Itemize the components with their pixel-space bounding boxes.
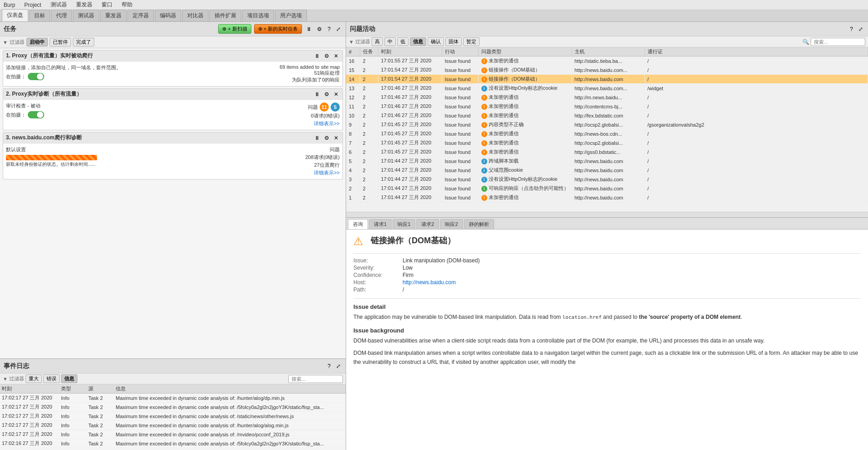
detail-tab-请求1[interactable]: 请求1 — [369, 219, 392, 229]
list-item[interactable]: 1 2 17:01:44 27 三月 2020 Issue found !未加密… — [346, 193, 868, 202]
filter-paused[interactable]: 已暂停 — [50, 38, 71, 46]
new-scan-button[interactable]: ⊕ + 新扫描 — [218, 24, 251, 34]
list-item[interactable]: 4 2 17:01:44 27 三月 2020 Issue found i父域范… — [346, 166, 868, 175]
event-log-help[interactable]: ? — [326, 363, 332, 370]
tab-decoder[interactable]: 编码器 — [155, 10, 181, 21]
iss-task: 2 — [360, 66, 378, 75]
detail-tab-静的解析[interactable]: 静的解析 — [464, 219, 494, 229]
task3-settings-btn[interactable]: ⚙ — [323, 134, 331, 142]
task-3-detail-link[interactable]: 详细表示>> — [314, 169, 340, 176]
task3-close-btn[interactable]: ✕ — [332, 134, 340, 142]
tab-scanner[interactable]: 测试器 — [73, 10, 99, 21]
detail-tab-请求2[interactable]: 请求2 — [416, 219, 439, 229]
issues-search[interactable] — [811, 38, 865, 46]
task3-pause-btn[interactable]: ⏸ — [313, 134, 321, 142]
list-item[interactable]: 3 2 17:01:44 27 三月 2020 Issue found i没有设… — [346, 175, 868, 184]
iss-host: http://ocsp2.globalsi... — [572, 138, 644, 148]
filter-critical[interactable]: 重大 — [26, 374, 42, 383]
iss-task: 2 — [360, 138, 378, 148]
list-item[interactable]: 7 2 17:01:45 27 三月 2020 Issue found !未加密… — [346, 138, 868, 148]
filter-low[interactable]: 低 — [397, 37, 408, 46]
menu-tester[interactable]: 测试器 — [49, 0, 69, 9]
table-row[interactable]: 17:02:17 27 三月 2020 Info Task 2 Maximum … — [0, 421, 346, 430]
task2-close-btn[interactable]: ✕ — [332, 91, 340, 98]
settings-button[interactable]: ⚙ — [316, 26, 323, 33]
tab-proxy[interactable]: 代理 — [51, 10, 72, 21]
issues-expand[interactable]: ⤢ — [857, 26, 864, 33]
filter-medium[interactable]: 中 — [384, 37, 396, 46]
list-item[interactable]: 8 2 17:01:45 27 三月 2020 Issue found !未加密… — [346, 129, 868, 138]
filter-tentative[interactable]: 暂定 — [463, 37, 480, 46]
issues-help[interactable]: ? — [848, 26, 854, 33]
tab-dashboard[interactable]: 仪表盘 — [2, 9, 28, 21]
list-item[interactable]: 13 2 17:01:46 27 三月 2020 Issue found i没有… — [346, 84, 868, 93]
event-log-table-container[interactable]: 时刻 类型 源 信息 17:02:17 27 三月 2020 Info Task… — [0, 384, 346, 450]
pause-button[interactable]: ⏸ — [305, 26, 313, 33]
task-2-toggle[interactable] — [28, 111, 44, 118]
filter-running[interactable]: 启动中 — [26, 38, 48, 46]
filter-info-issues[interactable]: 信息 — [410, 37, 426, 46]
task-3-body: 默认设置 获取未经身份验证的状态。估计剩余时间...... 问题 208请求(0… — [3, 143, 342, 179]
menu-burp[interactable]: Burp — [2, 1, 17, 9]
tab-extender[interactable]: 插件扩展 — [209, 10, 241, 21]
task1-close-btn[interactable]: ✕ — [332, 52, 340, 60]
menu-project[interactable]: Project — [22, 1, 43, 9]
menu-window[interactable]: 窗口 — [100, 0, 114, 9]
table-row[interactable]: 17:02:16 27 三月 2020 Info Task 2 Maximum … — [0, 439, 346, 448]
tab-user-options[interactable]: 用户选项 — [275, 10, 307, 21]
tab-bar: 仪表盘 目标 代理 测试器 重发器 定序器 编码器 对比器 插件扩展 项目选项 … — [0, 10, 868, 22]
list-item[interactable]: 5 2 17:01:44 27 三月 2020 Issue found i跨域脚… — [346, 157, 868, 166]
list-item[interactable]: 12 2 17:01:46 27 三月 2020 Issue found !未加… — [346, 93, 868, 102]
tab-repeater[interactable]: 重发器 — [100, 10, 127, 21]
issues-table-container[interactable]: # 任务 时刻 行动 问题类型 主机 通行证 16 2 17:01:55 27 … — [346, 47, 868, 212]
filter-completed[interactable]: 完成了 — [73, 38, 94, 46]
event-log-search[interactable] — [288, 375, 343, 383]
task-1-toggle[interactable] — [28, 73, 44, 80]
list-item[interactable]: 14 2 17:01:54 27 三月 2020 Issue found !链接… — [346, 75, 868, 84]
detail-tab-响应2[interactable]: 响应2 — [440, 219, 463, 229]
table-row[interactable]: 17:02:17 27 三月 2020 Info Task 2 Maximum … — [0, 430, 346, 439]
tab-comparer[interactable]: 对比器 — [182, 10, 209, 21]
help-button-tasks[interactable]: ? — [326, 26, 332, 33]
list-item[interactable]: 6 2 17:01:45 27 三月 2020 Issue found !未加密… — [346, 148, 868, 157]
iss-host: http://gss0.bdstatic... — [572, 148, 644, 157]
tab-target[interactable]: 目标 — [29, 10, 50, 21]
list-item[interactable]: 10 2 17:01:46 27 三月 2020 Issue found !未加… — [346, 111, 868, 120]
tab-project-options[interactable]: 项目选项 — [242, 10, 274, 21]
list-item[interactable]: 9 2 17:01:45 27 三月 2020 Issue found !内容类… — [346, 120, 868, 129]
table-row[interactable]: 17:02:17 27 三月 2020 Info Task 2 Maximum … — [0, 403, 346, 412]
detail-content[interactable]: ⚠ 链接操作（DOM基础） Issue: Link manipulation (… — [346, 230, 868, 450]
menu-repeater[interactable]: 重发器 — [74, 0, 94, 9]
task1-settings-btn[interactable]: ⚙ — [323, 52, 331, 60]
issues-scrollbar[interactable] — [346, 212, 868, 217]
issue-background-text: DOM-based vulnerabilities arise when a c… — [353, 337, 861, 345]
col-num: # — [346, 47, 360, 56]
table-row[interactable]: 17:02:17 27 三月 2020 Info Task 2 Maximum … — [0, 412, 346, 421]
filter-solid[interactable]: 固体 — [445, 37, 462, 46]
list-item[interactable]: 2 2 17:01:44 27 三月 2020 Issue found i可响应… — [346, 184, 868, 193]
iss-type: i跨域脚本加载 — [478, 157, 572, 166]
list-item[interactable]: 15 2 17:01:54 27 三月 2020 Issue found !链接… — [346, 66, 868, 75]
expand-button-tasks[interactable]: ⤢ — [335, 26, 342, 33]
list-item[interactable]: 16 2 17:01:55 27 三月 2020 Issue found !未加… — [346, 56, 868, 66]
event-log-expand[interactable]: ⤢ — [335, 363, 342, 370]
evt-source: Task 2 — [87, 439, 114, 448]
table-row[interactable]: 16:22:16 27 三月 2020 Info Proxy Proxy ser… — [0, 448, 346, 450]
new-realtime-button[interactable]: ⊕ + 新的实时任务 — [254, 24, 302, 34]
tab-sequencer[interactable]: 定序器 — [128, 10, 154, 21]
detail-tab-咨询[interactable]: 咨询 — [348, 219, 368, 229]
iss-time: 17:01:45 27 三月 2020 — [378, 129, 442, 138]
filter-error[interactable]: 错误 — [43, 374, 60, 383]
filter-confirmed[interactable]: 确认 — [428, 37, 444, 46]
task2-pause-btn[interactable]: ⏸ — [313, 91, 321, 98]
detail-tab-响应1[interactable]: 响应1 — [393, 219, 415, 229]
task1-pause-btn[interactable]: ⏸ — [313, 52, 321, 60]
filter-high[interactable]: 高 — [372, 37, 383, 46]
task2-settings-btn[interactable]: ⚙ — [323, 91, 331, 98]
menu-help[interactable]: 帮助 — [120, 0, 134, 9]
host-link[interactable]: http://news.baidu.com — [403, 279, 456, 286]
list-item[interactable]: 11 2 17:01:46 27 三月 2020 Issue found !未加… — [346, 102, 868, 111]
table-row[interactable]: 17:02:17 27 三月 2020 Info Task 2 Maximum … — [0, 394, 346, 403]
filter-info[interactable]: 信息 — [61, 374, 77, 383]
task-2-detail-link[interactable]: 详细表示>> — [314, 120, 340, 127]
